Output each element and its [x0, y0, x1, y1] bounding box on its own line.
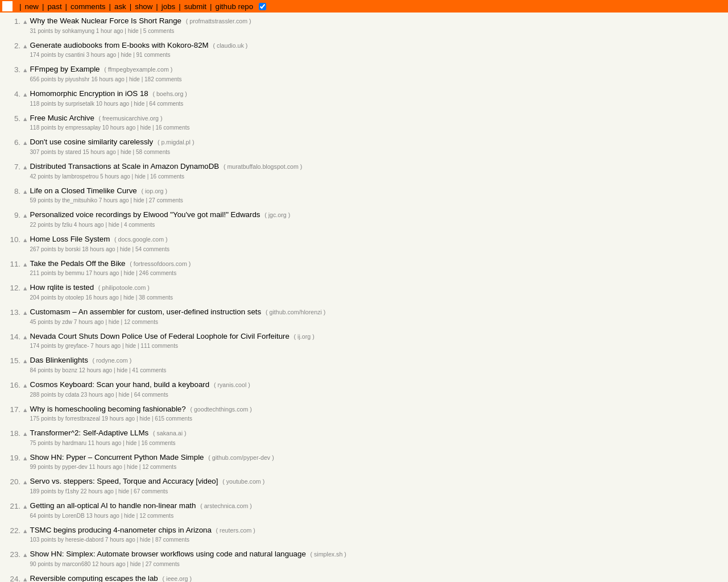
story-user[interactable]: hardmaru [62, 440, 86, 446]
hide-link[interactable]: hide [109, 319, 119, 325]
comments-link[interactable]: 27 comments [149, 197, 183, 203]
story-user[interactable]: boznz [62, 367, 77, 373]
story-title-link[interactable]: Homomorphic Encryption in iOS 18 [30, 89, 148, 98]
story-user[interactable]: the_mitsuhiko [62, 197, 97, 203]
upvote-arrow[interactable]: ▲ [20, 573, 30, 582]
upvote-arrow[interactable]: ▲ [20, 259, 30, 269]
story-user[interactable]: sohkamyung [62, 28, 94, 34]
hide-link[interactable]: hide [125, 343, 136, 349]
story-user[interactable]: piyushshr [65, 76, 90, 82]
upvote-arrow[interactable]: ▲ [20, 40, 30, 51]
story-user[interactable]: borski [65, 246, 81, 252]
upvote-arrow[interactable]: ▲ [20, 380, 30, 390]
comments-link[interactable]: 87 comments [155, 537, 189, 543]
nav-jobs[interactable]: jobs [162, 2, 175, 11]
upvote-arrow[interactable]: ▲ [20, 307, 30, 317]
story-user[interactable]: cdata [65, 392, 79, 398]
upvote-arrow[interactable]: ▲ [20, 452, 30, 463]
story-title-link[interactable]: Getting an all-optical AI to handle non-… [30, 501, 196, 510]
story-user[interactable]: f1shy [65, 488, 79, 494]
comments-link[interactable]: 64 comments [134, 392, 168, 398]
hide-link[interactable]: hide [124, 270, 135, 276]
hide-link[interactable]: hide [127, 464, 138, 470]
comments-link[interactable]: 5 comments [143, 28, 174, 34]
hide-link[interactable]: hide [140, 124, 151, 131]
story-user[interactable]: surprisetalk [65, 101, 94, 107]
hide-link[interactable]: hide [118, 488, 129, 494]
upvote-arrow[interactable]: ▲ [20, 186, 30, 196]
story-user[interactable]: stared [65, 149, 81, 155]
comments-link[interactable]: 54 comments [135, 246, 169, 252]
story-title-link[interactable]: Show HN: Pyper – Concurrent Python Made … [30, 453, 204, 462]
hide-link[interactable]: hide [126, 440, 136, 446]
upvote-arrow[interactable]: ▲ [20, 161, 30, 172]
story-title-link[interactable]: Life on a Closed Timelike Curve [30, 186, 137, 195]
story-title-link[interactable]: How rqlite is tested [30, 283, 94, 292]
hide-link[interactable]: hide [130, 561, 141, 567]
upvote-arrow[interactable]: ▲ [20, 234, 30, 244]
comments-link[interactable]: 12 comments [139, 513, 173, 519]
comments-link[interactable]: 16 comments [150, 173, 184, 180]
story-user[interactable]: empressaplay [65, 124, 101, 131]
story-user[interactable]: bemmu [65, 270, 84, 276]
comments-link[interactable]: 58 comments [136, 149, 170, 155]
story-title-link[interactable]: Cosmos Keyboard: Scan your hand, build a… [30, 380, 210, 389]
story-title-link[interactable]: Distributed Transactions at Scale in Ama… [30, 162, 220, 171]
nav-show[interactable]: show [135, 2, 152, 11]
nav-submit[interactable]: submit [184, 2, 206, 11]
hide-link[interactable]: hide [121, 52, 131, 58]
hide-link[interactable]: hide [139, 415, 150, 422]
upvote-arrow[interactable]: ▲ [20, 476, 30, 487]
comments-link[interactable]: 16 comments [155, 124, 189, 131]
story-user[interactable]: greyface- [65, 343, 89, 349]
story-user[interactable]: otoolep [65, 294, 84, 301]
hide-link[interactable]: hide [134, 101, 144, 107]
nav-github[interactable]: github repo [215, 2, 253, 11]
story-title-link[interactable]: Reversible computing escapes the lab [30, 574, 158, 582]
comments-link[interactable]: 615 comments [155, 415, 192, 422]
comments-link[interactable]: 16 comments [141, 440, 175, 446]
upvote-arrow[interactable]: ▲ [20, 525, 30, 535]
comments-link[interactable]: 38 comments [139, 294, 173, 301]
nav-past[interactable]: past [47, 2, 61, 11]
story-user[interactable]: forrestbrazeal [65, 415, 100, 422]
nav-ask[interactable]: ask [114, 2, 126, 11]
story-title-link[interactable]: Show HN: Simplex: Automate browser workf… [30, 550, 306, 558]
comments-link[interactable]: 12 comments [142, 464, 176, 470]
hide-link[interactable]: hide [128, 28, 139, 34]
upvote-arrow[interactable]: ▲ [20, 113, 30, 123]
story-user[interactable]: zdw [62, 319, 72, 325]
story-title-link[interactable]: Generate audiobooks from E-books with Ko… [30, 41, 209, 49]
story-title-link[interactable]: FFmpeg by Example [30, 65, 100, 73]
comments-link[interactable]: 182 comments [144, 76, 182, 82]
comments-link[interactable]: 12 comments [124, 319, 158, 325]
upvote-arrow[interactable]: ▲ [20, 282, 30, 293]
hide-link[interactable]: hide [140, 537, 151, 543]
comments-link[interactable]: 27 comments [146, 561, 180, 567]
upvote-arrow[interactable]: ▲ [20, 355, 30, 365]
hide-link[interactable]: hide [117, 367, 127, 373]
upvote-arrow[interactable]: ▲ [20, 549, 30, 559]
story-title-link[interactable]: Customasm – An assembler for custom, use… [30, 307, 262, 316]
story-title-link[interactable]: Nevada Court Shuts Down Police Use of Fe… [30, 332, 289, 340]
comments-link[interactable]: 4 comments [124, 222, 155, 228]
comments-link[interactable]: 246 comments [139, 270, 177, 276]
comments-link[interactable]: 91 comments [136, 52, 171, 58]
upvote-arrow[interactable]: ▲ [20, 501, 30, 511]
dark-checkbox[interactable] [259, 3, 266, 10]
story-user[interactable]: marcon680 [62, 561, 90, 567]
story-title-link[interactable]: Free Music Archive [30, 114, 94, 122]
story-title-link[interactable]: Why is homeschooling becoming fashionabl… [30, 405, 186, 413]
story-user[interactable]: pyper-dev [62, 464, 87, 470]
upvote-arrow[interactable]: ▲ [20, 331, 30, 342]
story-title-link[interactable]: Transformer^2: Self-Adaptive LLMs [30, 429, 149, 437]
comments-link[interactable]: 41 comments [132, 367, 166, 373]
story-title-link[interactable]: Das Blinkenlights [30, 356, 88, 364]
hide-link[interactable]: hide [134, 197, 144, 203]
comments-link[interactable]: 67 comments [134, 488, 168, 494]
hide-link[interactable]: hide [120, 246, 131, 252]
upvote-arrow[interactable]: ▲ [20, 64, 30, 74]
upvote-arrow[interactable]: ▲ [20, 137, 30, 147]
comments-link[interactable]: 111 comments [140, 343, 178, 349]
story-title-link[interactable]: Home Loss File System [30, 235, 110, 243]
